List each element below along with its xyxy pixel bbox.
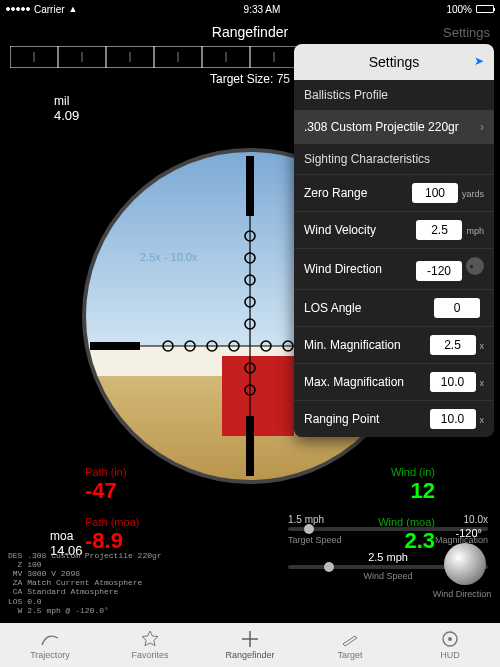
bottom-controls: 1.5 mph 10.0x Target Speed Magnification… xyxy=(288,510,488,581)
input-ranging-point[interactable] xyxy=(430,409,476,429)
tab-trajectory[interactable]: Trajectory xyxy=(0,623,100,667)
rifle-icon xyxy=(341,630,359,648)
chevron-right-icon: › xyxy=(480,120,484,134)
status-time: 9:33 AM xyxy=(244,4,281,15)
input-zero-range[interactable] xyxy=(412,183,458,203)
magnification-value: 10.0x xyxy=(464,514,488,525)
section-sighting: Sighting Characteristics xyxy=(294,144,494,174)
wind-direction-value: -120° xyxy=(456,527,482,539)
profile-row[interactable]: .308 Custom Projectile 220gr › xyxy=(294,110,494,144)
row-los-angle: LOS Angle xyxy=(294,289,494,326)
page-title: Rangefinder xyxy=(212,24,288,40)
hud-icon xyxy=(441,630,459,648)
tab-rangefinder[interactable]: Rangefinder xyxy=(200,623,300,667)
tab-favorites[interactable]: Favorites xyxy=(100,623,200,667)
row-max-mag: Max. Magnification x xyxy=(294,363,494,400)
target-speed-value: 1.5 mph xyxy=(288,514,324,525)
input-max-mag[interactable] xyxy=(430,372,476,392)
tab-bar: Trajectory Favorites Rangefinder Target … xyxy=(0,623,500,667)
mil-readout: mil 4.09 xyxy=(54,94,79,123)
path-in-readout: Path (in) -47 xyxy=(85,466,127,504)
wifi-icon: ▲ xyxy=(69,4,78,14)
row-min-mag: Min. Magnification x xyxy=(294,326,494,363)
signal-icon xyxy=(6,7,30,11)
row-wind-direction: Wind Direction xyxy=(294,248,494,289)
battery-label: 100% xyxy=(446,4,472,15)
target-speed-label: Target Speed xyxy=(288,535,342,545)
carrier-label: Carrier xyxy=(34,4,65,15)
row-zero-range: Zero Range yards xyxy=(294,174,494,211)
trajectory-icon xyxy=(41,630,59,648)
wind-direction-label: Wind Direction xyxy=(432,589,492,599)
svg-rect-30 xyxy=(90,342,140,350)
ballistics-summary: DES .308 Custom Projectile 220gr Z 100 M… xyxy=(8,551,162,615)
crosshair-icon xyxy=(241,630,259,648)
star-icon xyxy=(141,630,159,648)
tab-target[interactable]: Target xyxy=(300,623,400,667)
input-min-mag[interactable] xyxy=(430,335,476,355)
row-ranging-point: Ranging Point x xyxy=(294,400,494,437)
path-moa-readout: Path (moa) -8.9 xyxy=(85,516,139,554)
svg-point-53 xyxy=(448,637,452,641)
row-wind-velocity: Wind Velocity mph xyxy=(294,211,494,248)
section-ballistics: Ballistics Profile xyxy=(294,80,494,110)
location-icon[interactable]: ➤ xyxy=(474,54,484,68)
status-bar: Carrier ▲ 9:33 AM 100% xyxy=(0,0,500,18)
svg-rect-27 xyxy=(222,356,294,436)
settings-button[interactable]: Settings xyxy=(443,25,490,40)
input-wind-velocity[interactable] xyxy=(416,220,462,240)
nav-bar: Rangefinder Settings xyxy=(0,18,500,46)
zoom-range-label: 2.5x - 10.0x xyxy=(140,251,197,263)
battery-icon xyxy=(476,5,494,13)
wind-in-readout: Wind (in) 12 xyxy=(391,466,435,504)
popover-title: Settings ➤ xyxy=(294,44,494,80)
wind-direction-knob[interactable] xyxy=(444,543,486,585)
direction-icon[interactable] xyxy=(466,257,484,275)
input-wind-direction[interactable] xyxy=(416,261,462,281)
settings-popover: Settings ➤ Ballistics Profile .308 Custo… xyxy=(294,44,494,437)
input-los-angle[interactable] xyxy=(434,298,480,318)
tab-hud[interactable]: HUD xyxy=(400,623,500,667)
